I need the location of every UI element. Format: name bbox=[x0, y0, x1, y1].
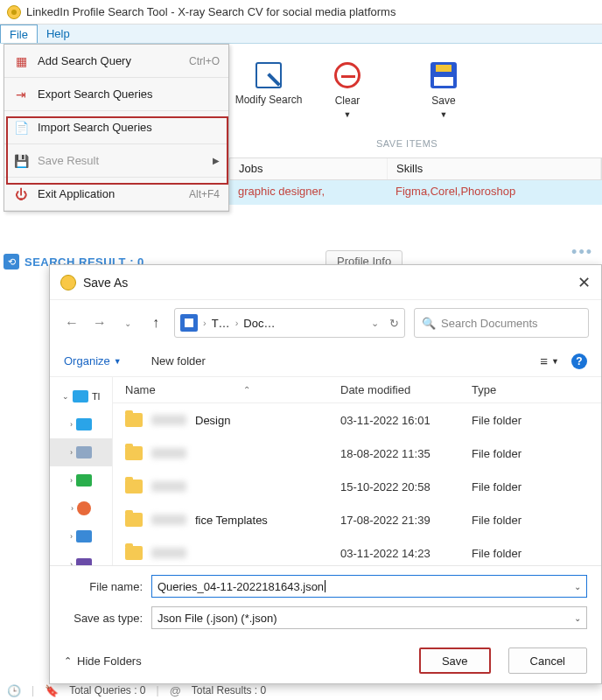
text-cursor bbox=[325, 580, 326, 592]
menu-help[interactable]: Help bbox=[38, 24, 79, 43]
cell-jobs: graphic designer, bbox=[229, 180, 387, 205]
menu-save-result[interactable]: 💾 Save Result ▶ bbox=[4, 144, 228, 178]
refresh-icon[interactable]: ↻ bbox=[389, 317, 399, 330]
organize-label: Organize bbox=[64, 354, 110, 368]
organize-button[interactable]: Organize ▼ bbox=[64, 354, 122, 368]
app-icon bbox=[60, 275, 76, 290]
menu-save-result-label: Save Result bbox=[38, 154, 213, 167]
menu-import-label: Import Search Queries bbox=[38, 121, 220, 134]
dialog-nav: ← → ⌄ ↑ › T… › Doc… ⌄ ↻ 🔍 Search Documen… bbox=[50, 300, 601, 346]
file-row[interactable]: 18-08-2022 11:35File folder bbox=[113, 437, 601, 470]
tree-node-selected[interactable]: › bbox=[50, 438, 112, 466]
menu-import-queries[interactable]: 📄 Import Search Queries bbox=[4, 111, 228, 144]
submenu-arrow-icon: ▶ bbox=[213, 156, 220, 165]
file-row[interactable]: 15-10-2022 20:58File folder bbox=[113, 470, 601, 503]
redacted-name bbox=[151, 448, 186, 458]
save-items-group-label: SAVE ITEMS bbox=[376, 138, 438, 149]
col-name[interactable]: Name⌃ bbox=[113, 383, 340, 396]
col-jobs-header[interactable]: Jobs bbox=[230, 158, 388, 179]
total-results: Total Results : 0 bbox=[192, 684, 266, 696]
results-icon: @ bbox=[170, 684, 181, 697]
tree-node[interactable]: › bbox=[50, 522, 112, 550]
menu-add-query-label: Add Search Query bbox=[38, 54, 189, 67]
file-type: File folder bbox=[472, 514, 601, 527]
recent-dropdown[interactable]: ⌄ bbox=[118, 318, 137, 328]
up-button[interactable]: ↑ bbox=[146, 315, 165, 331]
file-type: File folder bbox=[472, 414, 601, 427]
breadcrumb-seg[interactable]: T… bbox=[212, 317, 230, 330]
tree-node[interactable]: › bbox=[50, 410, 112, 438]
link-icon: ⟲ bbox=[4, 254, 19, 270]
save-button[interactable]: Save ▼ bbox=[404, 52, 483, 119]
menu-add-query[interactable]: ▦ Add Search Query Ctrl+O bbox=[4, 45, 228, 78]
save-as-dialog: Save As ✕ ← → ⌄ ↑ › T… › Doc… ⌄ ↻ 🔍 Sear… bbox=[49, 264, 602, 684]
folder-tree[interactable]: ⌄Tl › › ›↓ › › › bbox=[50, 377, 113, 565]
file-row[interactable]: Design03-11-2022 16:01File folder bbox=[113, 403, 601, 437]
history-icon[interactable]: 🕒 bbox=[7, 684, 21, 697]
menu-exit[interactable]: ⏻ Exit Application Alt+F4 bbox=[4, 178, 228, 211]
file-list-header: Name⌃ Date modified Type bbox=[113, 377, 601, 403]
shortcut: Alt+F4 bbox=[189, 188, 220, 200]
file-date: 15-10-2022 20:58 bbox=[340, 480, 472, 494]
menu-export-queries[interactable]: ⇥ Export Search Queries bbox=[4, 78, 228, 111]
tree-node[interactable]: ›↓ bbox=[50, 466, 112, 494]
redacted-name bbox=[151, 415, 186, 425]
chevron-right-icon: › bbox=[235, 318, 239, 328]
redacted-name bbox=[151, 548, 186, 558]
hide-folders-button[interactable]: ⌃ Hide Folders bbox=[64, 654, 142, 668]
breadcrumb-seg[interactable]: Doc… bbox=[243, 317, 275, 330]
new-folder-button[interactable]: New folder bbox=[151, 354, 206, 368]
col-date[interactable]: Date modified bbox=[340, 383, 472, 396]
file-row[interactable]: 03-11-2022 14:23File folder bbox=[113, 536, 601, 565]
save-button[interactable]: Save bbox=[419, 648, 491, 674]
caret-down-icon: ▼ bbox=[114, 357, 122, 366]
save-type-select[interactable]: Json File (.json) (*.json) ⌄ bbox=[151, 606, 587, 629]
tree-node[interactable]: › bbox=[50, 550, 112, 565]
folder-icon bbox=[125, 480, 143, 494]
modify-search-button[interactable]: Modify Search bbox=[229, 52, 308, 106]
dropdown-caret-icon[interactable]: ⌄ bbox=[574, 613, 581, 623]
save-type-label: Save as type: bbox=[64, 612, 143, 625]
file-date: 03-11-2022 16:01 bbox=[340, 414, 472, 427]
chevron-down-icon[interactable]: ⌄ bbox=[371, 318, 379, 329]
queries-icon: 🔖 bbox=[45, 684, 59, 697]
dialog-fields: File name: Queries_04-11-2022181643.json… bbox=[50, 565, 601, 638]
modify-icon bbox=[256, 62, 282, 88]
import-icon: 📄 bbox=[13, 120, 29, 136]
menu-exit-label: Exit Application bbox=[38, 187, 189, 200]
tree-node[interactable]: ⌄Tl bbox=[50, 382, 112, 410]
caret-down-icon: ▼ bbox=[440, 110, 448, 119]
cell-skills: Figma,Corel,Phoroshop bbox=[387, 180, 602, 205]
file-type: File folder bbox=[472, 480, 601, 494]
save-result-icon: 💾 bbox=[13, 153, 29, 169]
search-input[interactable]: 🔍 Search Documents bbox=[414, 308, 589, 338]
file-date: 18-08-2022 11:35 bbox=[340, 447, 472, 460]
close-icon[interactable]: ✕ bbox=[578, 273, 591, 292]
dropdown-caret-icon[interactable]: ⌄ bbox=[574, 582, 581, 592]
file-type: File folder bbox=[472, 547, 601, 560]
clear-icon bbox=[334, 62, 360, 88]
file-name-label: File name: bbox=[64, 580, 143, 593]
clear-label: Clear bbox=[335, 94, 360, 107]
view-mode-button[interactable]: ≡ ▼ bbox=[540, 354, 559, 368]
col-type[interactable]: Type bbox=[472, 383, 601, 396]
titlebar: LinkedIn Profile Search Tool - X-ray Sea… bbox=[0, 0, 602, 24]
more-icon[interactable]: ••• bbox=[571, 243, 593, 262]
cancel-button[interactable]: Cancel bbox=[508, 648, 587, 674]
export-icon: ⇥ bbox=[13, 87, 29, 102]
redacted-name bbox=[151, 481, 186, 492]
clear-button[interactable]: Clear ▼ bbox=[308, 52, 387, 119]
back-button[interactable]: ← bbox=[62, 315, 81, 331]
query-row[interactable]: graphic designer, Figma,Corel,Phoroshop bbox=[229, 180, 602, 205]
dialog-toolbar: Organize ▼ New folder ≡ ▼ ? bbox=[50, 346, 601, 377]
breadcrumb[interactable]: › T… › Doc… ⌄ ↻ bbox=[174, 308, 405, 338]
menu-file[interactable]: File bbox=[0, 24, 38, 43]
file-name-input[interactable]: Queries_04-11-2022181643.json ⌄ bbox=[151, 575, 587, 598]
col-skills-header[interactable]: Skills bbox=[388, 158, 601, 179]
folder-icon bbox=[125, 546, 143, 560]
file-row[interactable]: fice Templates17-08-2022 21:39File folde… bbox=[113, 503, 601, 536]
tree-node[interactable]: › bbox=[50, 494, 112, 522]
shortcut: Ctrl+O bbox=[189, 55, 220, 67]
menubar: File Help bbox=[0, 24, 602, 44]
help-icon[interactable]: ? bbox=[571, 354, 587, 369]
